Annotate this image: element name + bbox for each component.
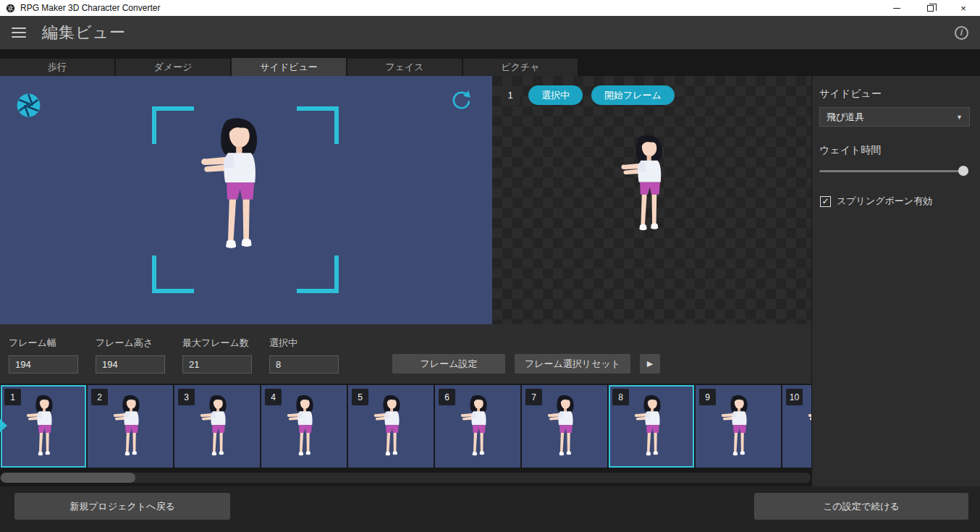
character-sprite — [546, 394, 583, 463]
tab-sideview[interactable]: サイドビュー — [232, 58, 346, 76]
horizontal-scrollbar[interactable] — [0, 469, 811, 486]
max-frames-label: 最大フレーム数 — [182, 337, 252, 350]
info-icon[interactable]: i — [955, 26, 968, 40]
thumbnail-number: 7 — [525, 389, 542, 405]
thumbnail-number: 8 — [612, 389, 629, 405]
character-sprite — [459, 394, 497, 463]
thumbnail-number: 4 — [265, 389, 282, 405]
character-sprite — [372, 394, 410, 463]
titlebar: RPG Maker 3D Character Converter × — [0, 0, 980, 16]
frame-width-input[interactable] — [9, 355, 78, 373]
selected-frame-label: 選択中 — [269, 337, 339, 350]
selected-frame-input[interactable] — [269, 355, 339, 373]
restore-icon — [927, 5, 934, 12]
spring-bone-label: スプリングボーン有効 — [837, 195, 932, 208]
continue-button[interactable]: この設定で続ける — [754, 493, 968, 520]
character-sprite — [806, 394, 811, 463]
slider-track — [819, 170, 968, 172]
aperture-icon — [15, 92, 42, 119]
tab-walk[interactable]: 歩行 — [0, 59, 114, 76]
footer-bar: 新規プロジェクトへ戻る この設定で続ける — [0, 486, 980, 532]
dropdown-value: 飛び道具 — [827, 111, 864, 124]
character-sprite — [719, 394, 757, 463]
minimize-icon — [893, 8, 900, 9]
tab-bar: 歩行 ダメージ サイドビュー フェイス ピクチャ — [0, 49, 980, 76]
character-preview-panel — [0, 76, 492, 324]
frame-height-input[interactable] — [96, 355, 165, 373]
sideview-type-dropdown[interactable]: 飛び道具 ▼ — [819, 107, 970, 127]
scrollbar-thumb[interactable] — [1, 473, 135, 483]
menu-icon[interactable] — [12, 28, 26, 38]
thumbnail-number: 9 — [699, 389, 716, 405]
spritesheet-panel: 1 選択中 開始フレーム — [492, 76, 811, 324]
frame-width-field: フレーム幅 — [9, 337, 78, 373]
frame-thumbnail-7[interactable]: 7 — [522, 385, 607, 468]
header: 編集ビュー i — [0, 16, 980, 49]
back-to-project-button[interactable]: 新規プロジェクトへ戻る — [14, 493, 230, 520]
frame-thumbnail-3[interactable]: 3 — [174, 385, 260, 468]
frame-thumbnail-5[interactable]: 5 — [348, 385, 434, 468]
minimize-button[interactable] — [880, 0, 913, 16]
spring-bone-checkbox[interactable]: ✓ スプリングボーン有効 — [820, 195, 980, 208]
crop-corner-bottom-right-icon — [297, 256, 339, 293]
selected-frame-button[interactable]: 選択中 — [528, 85, 583, 105]
crop-corner-top-left-icon — [152, 106, 194, 144]
tab-damage[interactable]: ダメージ — [116, 59, 230, 76]
selected-frame-field: 選択中 — [269, 337, 339, 373]
main-content: 1 選択中 開始フレーム — [0, 76, 811, 324]
play-button[interactable]: ▶ — [640, 354, 660, 373]
window-title: RPG Maker 3D Character Converter — [20, 3, 160, 13]
close-button[interactable]: × — [947, 0, 980, 16]
thumbnail-number: 3 — [178, 389, 195, 405]
sheet-toolbar: 1 選択中 開始フレーム — [501, 85, 675, 105]
frame-set-button[interactable]: フレーム設定 — [392, 354, 505, 373]
frame-reset-button[interactable]: フレーム選択リセット — [515, 354, 630, 373]
frame-thumbnail-2[interactable]: 2 — [88, 385, 173, 468]
character-sprite — [198, 394, 236, 463]
thumbnail-number: 10 — [786, 389, 803, 405]
playhead-marker-icon — [0, 419, 7, 432]
slider-handle[interactable] — [958, 166, 968, 176]
frame-height-field: フレーム高さ — [96, 337, 165, 373]
tab-face[interactable]: フェイス — [347, 59, 462, 76]
sidebar: サイドビュー 飛び道具 ▼ ウェイト時間 ✓ スプリングボーン有効 — [811, 76, 980, 486]
page-title: 編集ビュー — [42, 22, 126, 43]
character-sprite — [618, 134, 677, 242]
chevron-down-icon: ▼ — [956, 114, 963, 121]
character-sprite — [633, 394, 670, 463]
app-logo-icon — [6, 4, 15, 13]
frame-number-badge: 1 — [501, 86, 520, 105]
tab-picture[interactable]: ピクチャ — [463, 59, 578, 76]
start-frame-button[interactable]: 開始フレーム — [591, 85, 675, 105]
window-controls: × — [880, 0, 980, 16]
crop-corner-top-right-icon — [297, 106, 339, 144]
thumbnail-number: 1 — [4, 389, 21, 405]
thumbnail-number: 2 — [91, 389, 108, 405]
frame-width-label: フレーム幅 — [9, 337, 78, 350]
frame-thumbnail-10[interactable]: 10 — [782, 385, 811, 468]
wait-time-label: ウェイト時間 — [819, 144, 980, 157]
character-sprite — [285, 394, 323, 463]
frame-thumbnail-9[interactable]: 9 — [696, 385, 781, 468]
thumbnail-number: 5 — [352, 389, 368, 405]
rotate-icon[interactable] — [449, 89, 472, 111]
frame-height-label: フレーム高さ — [96, 337, 165, 350]
checkbox-checked-icon: ✓ — [820, 196, 831, 207]
filmstrip: 1 2 3 4 5 6 7 8 — [0, 384, 811, 469]
frame-settings-bar: フレーム幅 フレーム高さ 最大フレーム数 選択中 フレーム設定 フレーム選択リセ… — [0, 324, 811, 384]
app-window: RPG Maker 3D Character Converter × 編集ビュー… — [0, 0, 980, 532]
wait-time-slider[interactable] — [819, 165, 968, 177]
thumbnail-number: 6 — [439, 389, 455, 405]
frame-thumbnail-1[interactable]: 1 — [1, 385, 86, 468]
sidebar-title: サイドビュー — [819, 88, 980, 101]
character-sprite — [25, 394, 62, 463]
frame-thumbnail-4[interactable]: 4 — [261, 385, 347, 468]
crop-corner-bottom-left-icon — [152, 256, 194, 293]
frame-thumbnail-8[interactable]: 8 — [609, 385, 694, 468]
max-frames-field: 最大フレーム数 — [182, 337, 252, 373]
frame-thumbnail-6[interactable]: 6 — [435, 385, 520, 468]
character-sprite — [111, 394, 149, 463]
maximize-button[interactable] — [913, 0, 947, 16]
max-frames-input[interactable] — [182, 355, 252, 373]
character-sprite — [197, 117, 278, 265]
